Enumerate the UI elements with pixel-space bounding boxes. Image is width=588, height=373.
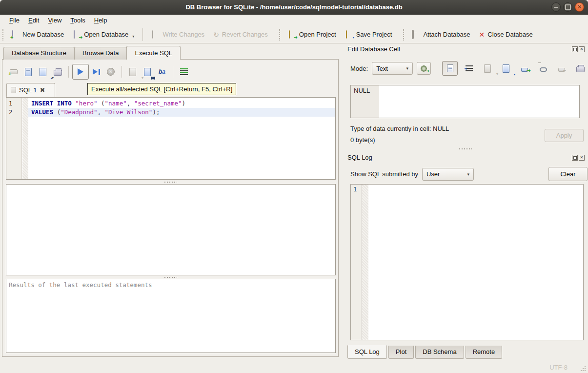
window-title: DB Browser for SQLite - /home/user/code/… <box>185 3 402 11</box>
open-project-icon: ➜ <box>288 31 296 39</box>
menu-help[interactable]: Help <box>90 16 112 25</box>
mode-select[interactable]: Text▾ <box>372 62 413 75</box>
sql-log-filter-select[interactable]: User▾ <box>422 168 474 181</box>
sql-code-editor[interactable]: 12 INSERT INTO "hero" ("name", "secret_n… <box>6 97 336 180</box>
execute-line-button[interactable] <box>89 64 103 79</box>
close-database-button[interactable]: ✕ Close Database <box>475 28 537 41</box>
text-view-button[interactable] <box>442 61 458 76</box>
link-icon <box>540 67 547 72</box>
splitter-handle[interactable] <box>6 180 336 184</box>
window-controls <box>551 2 584 12</box>
float-panel-icon[interactable] <box>572 155 578 161</box>
toolbar-grip[interactable] <box>403 29 405 41</box>
revert-changes-button: ↻ Revert Changes <box>209 28 272 41</box>
open-project-button[interactable]: ➜ Open Project <box>284 28 341 41</box>
float-panel-icon[interactable] <box>572 46 578 52</box>
new-database-button[interactable]: + New Database <box>7 28 68 41</box>
stop-icon: ✕ <box>107 68 115 76</box>
write-changes-icon <box>151 31 160 39</box>
new-database-icon: + <box>11 31 20 39</box>
close-panel-icon[interactable] <box>579 46 585 52</box>
indent-icon <box>466 65 473 71</box>
cell-null-strip: NULL <box>351 85 379 118</box>
code-line[interactable]: VALUES ("Deadpond", "Dive Wilson"); <box>28 108 335 117</box>
open-database-button[interactable]: ➜ Open Database ▾ <box>68 28 139 41</box>
apply-button: Apply <box>545 129 584 142</box>
sql-toolbar-separator <box>122 66 122 78</box>
maximize-button[interactable] <box>563 2 572 12</box>
cell-mode-row: Mode: Text▾ ➜ ▾ ▪ ➜ <box>350 61 588 76</box>
auto-apply-button[interactable]: ➜ <box>417 62 431 75</box>
sql-log-filter-label: Show SQL submitted by <box>350 170 418 178</box>
menu-view[interactable]: View <box>43 16 66 25</box>
close-panel-icon[interactable] <box>579 155 585 161</box>
word-wrap-button[interactable] <box>462 62 476 75</box>
tab-browse-data[interactable]: Browse Data <box>74 47 127 60</box>
dock-tab-plot[interactable]: Plot <box>388 346 414 359</box>
close-button[interactable] <box>575 2 584 12</box>
dock-splitter-handle[interactable] <box>397 147 534 150</box>
results-message-panel[interactable]: Results of the last executed statements <box>6 279 336 353</box>
tab-execute-sql[interactable]: Execute SQL <box>126 46 181 60</box>
dock-tab-remote[interactable]: Remote <box>466 346 503 359</box>
chevron-down-icon: ▾ <box>406 66 409 71</box>
title-bar[interactable]: DB Browser for SQLite - /home/user/code/… <box>0 0 588 15</box>
sql-doc-tab-label: SQL 1 <box>19 86 37 94</box>
menu-file[interactable]: File <box>5 16 24 25</box>
menu-tools[interactable]: Tools <box>66 16 89 25</box>
cell-null-value: NULL <box>354 87 370 94</box>
save-project-button[interactable]: ▪ Save Project <box>341 28 397 41</box>
execute-all-button[interactable] <box>72 64 89 80</box>
results-grid-panel[interactable] <box>6 184 336 275</box>
sql-document-tab[interactable]: SQL 1 ✖ <box>6 83 55 97</box>
find-replace-button[interactable] <box>140 64 155 79</box>
cell-value-editor[interactable]: NULL <box>350 85 580 118</box>
sql-toolbar-separator <box>173 66 173 78</box>
open-database-icon: ➜ <box>73 31 81 39</box>
splitter-handle[interactable] <box>6 275 336 279</box>
export-cell-data-button[interactable]: ▪ <box>499 62 513 75</box>
print-sql-button[interactable] <box>50 64 65 79</box>
dock-tab-sql-log[interactable]: SQL Log <box>347 345 387 359</box>
log-line-gutter: 1 <box>351 185 362 340</box>
sql-log-output[interactable]: 1 <box>350 184 584 340</box>
chevron-down-icon: ▾ <box>467 172 469 177</box>
write-changes-button: Write Changes <box>147 28 209 41</box>
dock-tab-bar: SQL Log Plot DB Schema Remote <box>347 346 504 359</box>
sql-log-header: SQL Log <box>347 154 585 161</box>
execute-sql-panel: + ▪▾ ✕ ▾ ba SQL 1 ✖ <box>2 59 339 357</box>
code-area[interactable]: INSERT INTO "hero" ("name", "secret_name… <box>28 98 335 179</box>
autocomplete-button[interactable]: ba <box>155 64 169 79</box>
save-sql-file-button[interactable]: ▪▾ <box>36 64 50 79</box>
resize-grip[interactable] <box>580 365 587 372</box>
tab-database-structure[interactable]: Database Structure <box>3 47 75 60</box>
open-in-external-button[interactable]: ➜ <box>517 62 532 75</box>
right-dock: Edit Database Cell Mode: Text▾ ➜ ▾ ▪ ➜ <box>344 43 588 361</box>
open-database-dropdown-arrow[interactable]: ▾ <box>132 34 134 39</box>
dock-tab-db-schema[interactable]: DB Schema <box>415 346 464 359</box>
stop-execution-button: ✕ <box>103 64 118 79</box>
revert-changes-icon: ↻ <box>213 31 219 39</box>
sql-log-filter-row: Show SQL submitted by User▾ Clear <box>350 167 588 181</box>
minimize-button[interactable] <box>551 2 561 12</box>
main-toolbar: + New Database ➜ Open Database ▾ Write C… <box>0 26 588 43</box>
open-sql-file-button[interactable] <box>21 64 36 79</box>
application-window: DB Browser for SQLite - /home/user/code/… <box>0 0 588 373</box>
clear-log-button[interactable]: Clear <box>548 167 588 181</box>
print-cell-button[interactable] <box>573 62 588 75</box>
code-line[interactable]: INSERT INTO "hero" ("name", "secret_name… <box>28 99 335 108</box>
link-button[interactable] <box>536 62 550 75</box>
play-line-icon <box>93 69 98 75</box>
sql-toolbar-separator <box>68 66 69 78</box>
format-sql-button[interactable] <box>177 64 191 79</box>
toolbar-grip[interactable] <box>279 29 281 41</box>
close-sql-tab-icon[interactable]: ✖ <box>40 86 45 94</box>
menu-edit[interactable]: Edit <box>24 16 43 25</box>
attach-database-button[interactable]: Attach Database <box>407 28 474 41</box>
set-null-button <box>554 62 569 75</box>
toolbar-grip[interactable] <box>2 29 4 41</box>
new-sql-tab-button[interactable]: + <box>6 64 21 79</box>
sql-toolbar: + ▪▾ ✕ ▾ ba <box>6 63 191 80</box>
play-icon <box>78 68 83 75</box>
import-cell-data-button: ▾ <box>480 62 495 75</box>
